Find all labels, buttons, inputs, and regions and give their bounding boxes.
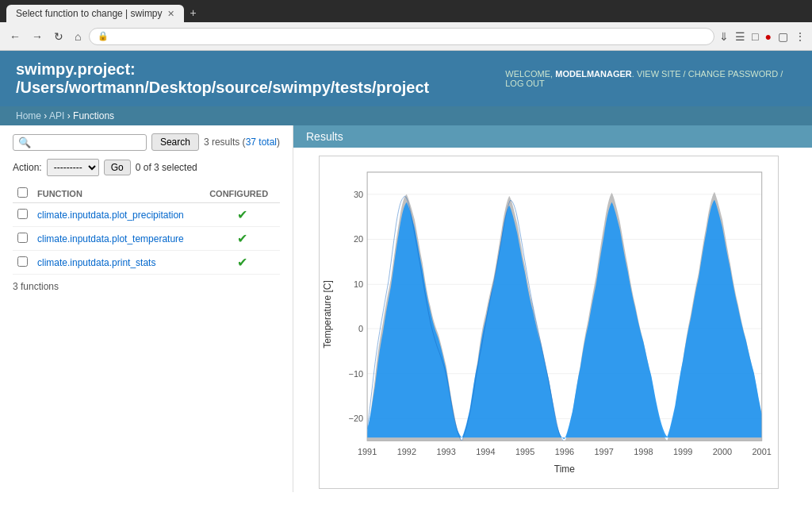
new-tab-button[interactable]: +: [184, 3, 203, 22]
username: MODELMANAGER: [555, 69, 632, 79]
configured-check-icon: ✔: [237, 232, 247, 245]
downloads-icon[interactable]: ⇓: [719, 30, 729, 43]
function-count: 3 functions: [13, 281, 280, 292]
screenshot-icon[interactable]: ▢: [778, 30, 788, 43]
results-count: 3 results (37 total): [204, 137, 280, 148]
refresh-button[interactable]: ↻: [51, 29, 67, 44]
search-input[interactable]: climate: [34, 137, 141, 148]
svg-text:1992: 1992: [397, 447, 416, 456]
svg-text:1997: 1997: [594, 447, 613, 456]
search-row: 🔍 climate Search 3 results (37 total): [13, 133, 280, 151]
main-content: 🔍 climate Search 3 results (37 total) Ac…: [0, 125, 812, 492]
welcome-text: WELCOME,: [505, 69, 553, 79]
th-checkbox: [13, 184, 33, 203]
svg-text:1999: 1999: [673, 447, 692, 456]
forward-button[interactable]: →: [29, 29, 46, 44]
breadcrumb: Home › API › Functions: [0, 106, 812, 125]
bookmarks-icon[interactable]: ☰: [735, 30, 745, 43]
tab-bar: Select function to change | swimpy ✕ +: [0, 0, 812, 22]
svg-text:Time: Time: [554, 464, 575, 475]
app-header: swimpy.project: /Users/wortmann/Desktop/…: [0, 51, 812, 106]
back-button[interactable]: ←: [6, 29, 24, 44]
svg-text:Temperature [C]: Temperature [C]: [322, 280, 333, 348]
svg-text:1998: 1998: [634, 447, 653, 456]
svg-text:2001: 2001: [753, 447, 772, 456]
address-bar[interactable]: 🔒 localhost:8000/api/function/?q=climate: [89, 28, 714, 45]
configured-cell: ✔: [205, 251, 280, 275]
results-header: Results: [293, 125, 812, 148]
svg-text:10: 10: [354, 279, 363, 289]
function-name-cell: climate.inputdata.plot_precipitation: [33, 203, 205, 227]
svg-text:−20: −20: [349, 414, 364, 423]
svg-text:30: 30: [354, 190, 363, 199]
svg-text:2000: 2000: [713, 447, 732, 456]
row-checkbox-1[interactable]: [17, 233, 28, 243]
breadcrumb-api[interactable]: API: [49, 110, 64, 121]
row-checkbox-cell: [13, 227, 33, 251]
action-row: Action: --------- Go 0 of 3 selected: [13, 159, 280, 176]
function-link-2[interactable]: climate.inputdata.print_stats: [37, 257, 155, 268]
svg-text:1996: 1996: [555, 447, 574, 456]
table-row: climate.inputdata.plot_temperature ✔: [13, 227, 280, 251]
th-configured: CONFIGURED: [205, 184, 280, 203]
total-results-link[interactable]: 37 total: [246, 137, 277, 148]
search-button[interactable]: Search: [151, 133, 199, 151]
tab-close-button[interactable]: ✕: [167, 9, 174, 19]
svg-text:20: 20: [354, 234, 363, 244]
breadcrumb-home[interactable]: Home: [16, 110, 41, 121]
configured-cell: ✔: [205, 227, 280, 251]
row-checkbox-cell: [13, 203, 33, 227]
configured-check-icon: ✔: [237, 256, 247, 269]
chart-area: 30 20 10 0 −10 −20 Temperature [C] 1991 …: [293, 148, 812, 492]
configured-cell: ✔: [205, 203, 280, 227]
select-all-checkbox[interactable]: [17, 187, 28, 198]
nav-bar: ← → ↻ ⌂ 🔒 localhost:8000/api/function/?q…: [0, 22, 812, 51]
action-select[interactable]: ---------: [47, 159, 99, 176]
row-checkbox-cell: [13, 251, 33, 275]
table-row: climate.inputdata.plot_precipitation ✔: [13, 203, 280, 227]
function-link-0[interactable]: climate.inputdata.plot_precipitation: [37, 210, 184, 221]
search-input-wrap: 🔍 climate: [13, 134, 147, 151]
view-site-link[interactable]: VIEW SITE: [637, 69, 681, 79]
row-checkbox-0[interactable]: [17, 209, 28, 219]
functions-table: FUNCTION CONFIGURED climate.inputdata.pl…: [13, 184, 280, 275]
active-tab[interactable]: Select function to change | swimpy ✕: [6, 5, 184, 22]
chart-container: 30 20 10 0 −10 −20 Temperature [C] 1991 …: [319, 156, 779, 489]
user-info: WELCOME, MODELMANAGER. VIEW SITE / CHANG…: [505, 69, 796, 88]
url-input[interactable]: localhost:8000/api/function/?q=climate: [112, 31, 706, 42]
tab-title: Select function to change | swimpy: [16, 8, 163, 19]
row-checkbox-2[interactable]: [17, 256, 28, 267]
selected-count: 0 of 3 selected: [136, 162, 197, 173]
app-title-text: swimpy.project: /Users/wortmann/Desktop/…: [16, 60, 429, 96]
svg-text:1991: 1991: [358, 447, 377, 456]
extension-icon[interactable]: ●: [765, 30, 772, 43]
configured-check-icon: ✔: [237, 208, 247, 221]
nav-icons: ⇓ ☰ □ ● ▢ ⋮: [719, 30, 806, 43]
temperature-chart: 30 20 10 0 −10 −20 Temperature [C] 1991 …: [320, 156, 778, 488]
menu-icon[interactable]: ⋮: [795, 30, 806, 43]
function-link-1[interactable]: climate.inputdata.plot_temperature: [37, 233, 184, 244]
breadcrumb-functions: Functions: [73, 110, 114, 121]
table-row: climate.inputdata.print_stats ✔: [13, 251, 280, 275]
search-icon: 🔍: [18, 137, 31, 148]
table-header-row: FUNCTION CONFIGURED: [13, 184, 280, 203]
change-password-link[interactable]: CHANGE PASSWORD: [688, 69, 778, 79]
lock-icon: 🔒: [98, 31, 109, 41]
action-label: Action:: [13, 162, 42, 173]
action-go-button[interactable]: Go: [104, 160, 131, 175]
function-name-cell: climate.inputdata.plot_temperature: [33, 227, 205, 251]
function-name-cell: climate.inputdata.print_stats: [33, 251, 205, 275]
left-panel: 🔍 climate Search 3 results (37 total) Ac…: [0, 125, 293, 492]
svg-text:−10: −10: [349, 369, 364, 379]
app-title: swimpy.project: /Users/wortmann/Desktop/…: [16, 60, 505, 97]
svg-text:1993: 1993: [436, 447, 455, 456]
reader-icon[interactable]: □: [752, 30, 758, 43]
svg-text:0: 0: [358, 324, 363, 333]
svg-text:1995: 1995: [515, 447, 534, 456]
home-button[interactable]: ⌂: [71, 29, 84, 44]
chart-wrap: 30 20 10 0 −10 −20 Temperature [C] 1991 …: [319, 156, 779, 491]
log-out-link[interactable]: LOG OUT: [505, 79, 545, 88]
th-function: FUNCTION: [33, 184, 205, 203]
svg-text:1994: 1994: [476, 447, 495, 456]
right-panel: Results: [293, 125, 812, 492]
